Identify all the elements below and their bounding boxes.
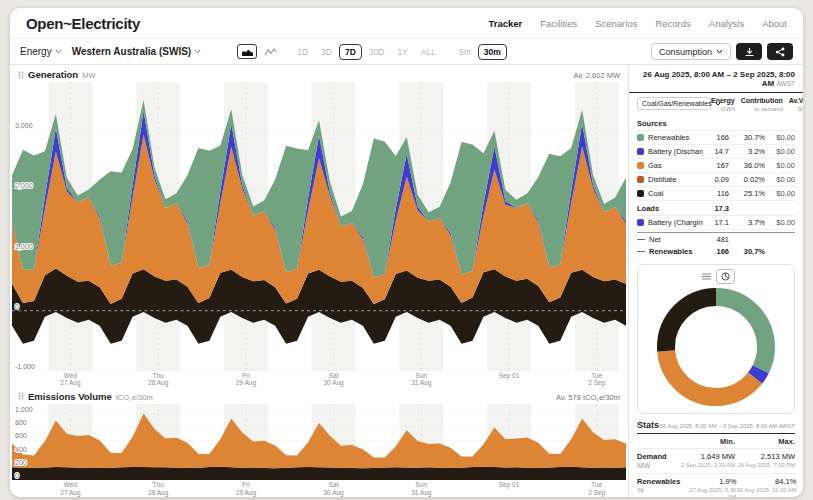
total-label: Renewables <box>649 247 703 256</box>
region-dropdown[interactable]: Western Australia (SWIS) <box>72 46 201 57</box>
range-button-30m[interactable]: 30m <box>478 44 507 60</box>
y-tick-label: 3,000 <box>15 122 33 129</box>
source-row[interactable]: Coal11625.1%$0.00 <box>637 187 795 201</box>
source-name: Renewables <box>648 133 703 142</box>
line-series-mark <box>637 239 645 240</box>
share-button[interactable] <box>767 43 793 60</box>
breakdown-header: Coal/Gas/Renewables EnergyGWh Contributi… <box>637 97 795 113</box>
y-tick-label: 0 <box>15 472 19 479</box>
nav-item-tracker[interactable]: Tracker <box>488 18 522 29</box>
generation-chart-unit: MW <box>82 71 95 80</box>
sources-section-label: Sources <box>637 116 795 131</box>
drag-handle-icon[interactable] <box>18 392 24 400</box>
x-tick-label: Thu28 Aug <box>148 372 168 387</box>
avvalue-value: $0.00 <box>765 161 795 170</box>
range-button-all[interactable]: ALL <box>415 44 442 60</box>
column-header-avvalue: Av.Value$/MWh <box>789 97 803 113</box>
download-icon <box>744 47 755 57</box>
range-button-3d[interactable]: 3D <box>315 44 338 60</box>
source-row[interactable]: Renewables16630.7%$0.00 <box>637 131 795 145</box>
nav-item-facilities[interactable]: Facilities <box>540 18 577 29</box>
nav-item-analysis[interactable]: Analysis <box>709 18 744 29</box>
generation-stacked-area-chart[interactable]: 3,0002,0001,0000-1,000 <box>12 82 626 371</box>
emissions-chart-header: Emissions Volume tCO₂e/30m Av. 578 tCO₂e… <box>12 387 626 404</box>
app-window: Open~Electricity TrackerFacilitiesScenar… <box>10 8 803 497</box>
column-header-energy: EnergyGWh <box>711 97 735 113</box>
range-button-7d[interactable]: 7D <box>339 44 362 60</box>
range-button-30d[interactable]: 30D <box>363 44 391 60</box>
nav-item-about[interactable]: About <box>762 18 787 29</box>
contribution-value: 3.7% <box>729 218 765 227</box>
stat-min-cell: 1,649 MW2 Sep 2025, 2:30 AM <box>679 452 735 470</box>
energy-value: 166 <box>703 247 729 256</box>
nav-item-records[interactable]: Records <box>655 18 690 29</box>
range-buttons: 1D3D7D30D1YALL <box>291 44 442 60</box>
y-tick-label: 1,000 <box>15 406 33 413</box>
stat-max-cell: 84.1%30 Aug 2025, 11:00 AM <box>736 477 796 497</box>
view-dropdown-label: Consumption <box>659 47 712 57</box>
range-button-1d[interactable]: 1D <box>291 44 314 60</box>
area-chart-icon <box>241 47 254 57</box>
summary-panel: 26 Aug 2025, 8:00 AM – 2 Sep 2025, 8:00 … <box>628 65 803 497</box>
total-row-renewables: Renewables16630.7% <box>637 245 795 257</box>
area-chart-toggle[interactable] <box>237 44 257 59</box>
range-button-5m[interactable]: 5m <box>453 44 477 60</box>
charts-column: Generation MW Av. 2,602 MW 3,0002,0001,0… <box>10 65 628 497</box>
drag-handle-icon[interactable] <box>18 71 24 79</box>
nav-item-scenarios[interactable]: Scenarios <box>595 18 637 29</box>
y-tick-label: 400 <box>15 446 27 453</box>
donut-view-toggles <box>644 269 788 284</box>
x-tick-label: Tue2 Sep <box>588 481 605 496</box>
load-row[interactable]: Battery (Charging)17.13.7%$0.00 <box>637 216 795 230</box>
stat-row-renewables: Renewables %1.9%27 Aug 2025, 5:30 AM84.1… <box>637 473 795 497</box>
stat-max-value: 84.1% <box>736 477 796 486</box>
stat-max-value: 2,513 MW <box>735 452 795 461</box>
x-tick-label: Sat30 Aug <box>323 481 343 496</box>
x-tick-label: Fri29 Aug <box>236 481 256 496</box>
legend-swatch <box>637 190 644 197</box>
stat-label: Demand MW <box>637 452 679 470</box>
avvalue-value: $0.00 <box>765 189 795 198</box>
logo[interactable]: Open~Electricity <box>26 15 140 32</box>
emissions-stacked-area-chart[interactable]: 1,0008006004002000 <box>12 404 626 480</box>
emissions-chart-title: Emissions Volume <box>28 391 112 402</box>
generation-average-value: Av. 2,602 MW <box>574 71 620 80</box>
y-tick-label: 200 <box>15 459 27 466</box>
energy-value: 0.09 <box>703 175 729 184</box>
download-button[interactable] <box>736 43 762 60</box>
view-dropdown[interactable]: Consumption <box>651 43 731 60</box>
pie-view-toggle[interactable] <box>716 269 735 284</box>
generation-x-axis: Wed27 AugThu28 AugFri29 AugSat30 AugSun3… <box>12 371 626 387</box>
stat-min-date: 2 Sep 2025, 2:30 AM <box>679 462 735 469</box>
range-button-1y[interactable]: 1Y <box>391 44 413 60</box>
source-row[interactable]: Gas16736.0%$0.00 <box>637 159 795 173</box>
legend-swatch <box>637 219 644 226</box>
toolbar-right: Consumption <box>651 43 793 60</box>
x-tick-label: Wed27 Aug <box>60 481 80 496</box>
legend-view-toggle[interactable] <box>697 269 716 284</box>
contribution-donut-chart[interactable] <box>646 285 786 409</box>
energy-value: 14.7 <box>703 147 729 156</box>
column-header-contribution: Contributionto demand <box>741 97 783 113</box>
x-tick-label: Sat30 Aug <box>323 372 343 387</box>
energy-value: 481 <box>703 235 729 244</box>
list-icon <box>702 273 711 280</box>
legend-swatch <box>637 176 644 183</box>
source-name: Distillate <box>648 175 703 184</box>
source-row[interactable]: Distillate0.090.02%$0.00 <box>637 173 795 187</box>
source-row[interactable]: Battery (Discharging)14.73.2%$0.00 <box>637 145 795 159</box>
contribution-value: 3.2% <box>729 147 765 156</box>
x-tick-label: Tue2 Sep <box>588 372 605 387</box>
stats-section: Stats 26 Aug 2025, 8:00 AM – 2 Sep 2025,… <box>629 418 803 497</box>
energy-value: 167 <box>703 161 729 170</box>
contribution-donut-card <box>637 264 795 414</box>
line-chart-toggle[interactable] <box>260 44 280 59</box>
loads-total: 17.3 <box>703 204 729 213</box>
contribution-value: 30.7% <box>729 247 765 256</box>
generation-chart-title: Generation <box>28 69 78 80</box>
stat-max-date: 30 Aug 2025, 11:00 AM <box>736 487 796 494</box>
metric-dropdown[interactable]: Energy <box>20 46 62 57</box>
x-tick-label: Thu28 Aug <box>148 481 168 496</box>
y-tick-label: 2,000 <box>15 182 33 189</box>
group-dropdown[interactable]: Coal/Gas/Renewables <box>637 97 711 110</box>
